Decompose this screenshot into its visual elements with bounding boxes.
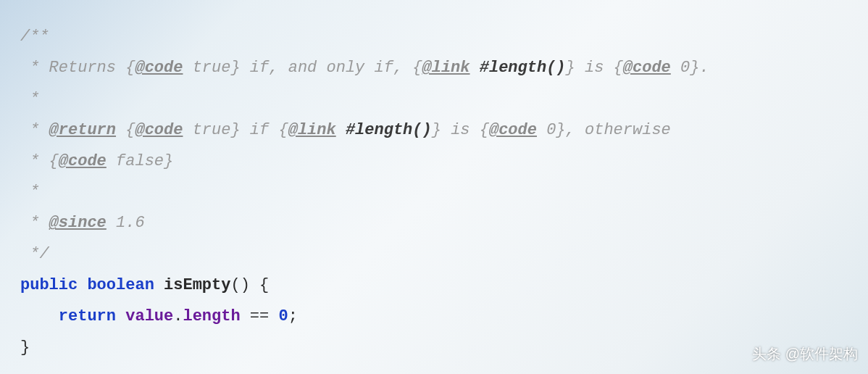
link-tag: @link — [422, 59, 470, 77]
code-tag: @code — [135, 121, 183, 139]
javadoc-line: * @since 1.6 — [20, 214, 145, 232]
link-target: #length() — [346, 121, 432, 139]
javadoc-line: * — [20, 183, 39, 201]
code-tag: @code — [489, 121, 537, 139]
keyword-public: public — [20, 276, 78, 294]
return-statement: return value.length == 0; — [20, 307, 298, 325]
javadoc-line: * Returns {@code true} if, and only if, … — [20, 59, 709, 77]
return-tag: @return — [49, 121, 116, 139]
field-length: length — [183, 307, 240, 325]
javadoc-line: * — [20, 90, 39, 108]
code-block: /** * Returns {@code true} if, and only … — [0, 0, 868, 374]
code-tag: @code — [135, 59, 183, 77]
link-target: #length() — [480, 59, 566, 77]
link-tag: @link — [288, 121, 336, 139]
variable-value: value — [125, 307, 173, 325]
keyword-boolean: boolean — [87, 276, 154, 294]
javadoc-close: */ — [20, 245, 49, 263]
watermark-text: 头条 @软件架构 — [752, 340, 858, 368]
method-name: isEmpty — [164, 276, 230, 294]
method-close-brace: } — [20, 338, 30, 357]
javadoc-line: * {@code false} — [20, 152, 173, 170]
code-tag: @code — [623, 59, 671, 77]
since-tag: @since — [49, 214, 107, 232]
javadoc-open: /** — [20, 28, 49, 46]
javadoc-line: * @return {@code true} if {@link #length… — [20, 121, 671, 139]
method-signature: public boolean isEmpty() { — [20, 276, 269, 294]
keyword-return: return — [59, 307, 116, 325]
literal-zero: 0 — [278, 307, 288, 325]
code-tag: @code — [59, 152, 107, 170]
